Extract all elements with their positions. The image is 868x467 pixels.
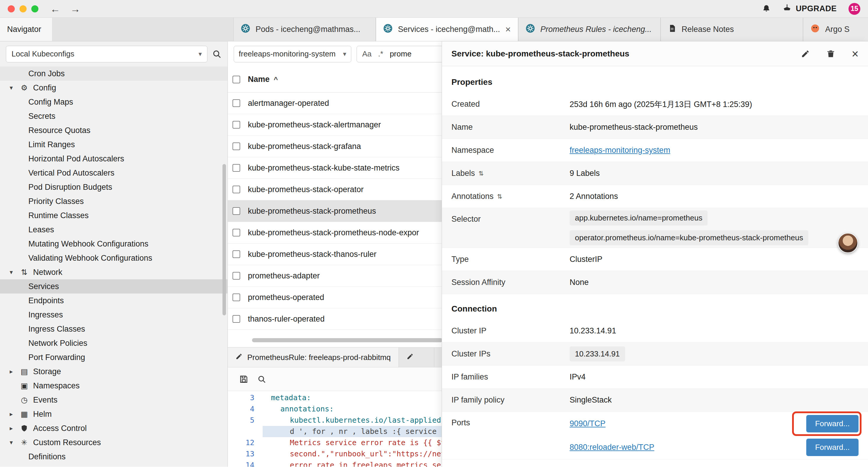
select-all-checkbox[interactable]	[232, 76, 240, 83]
row-checkbox[interactable]	[232, 121, 240, 128]
pencil-icon	[406, 353, 414, 362]
ip-family-policy-row: IP family policy SingleStack	[442, 389, 868, 412]
tab-argo[interactable]: Argo S	[803, 18, 868, 41]
row-checkbox[interactable]	[232, 229, 240, 236]
sidebar-item-definitions[interactable]: Definitions	[0, 449, 227, 464]
sidebar-item-namespaces[interactable]: ▣ Namespaces	[0, 379, 227, 393]
horizontal-scrollbar[interactable]	[252, 338, 442, 342]
drawer-title: Service: kube-prometheus-stack-prometheu…	[452, 49, 629, 59]
sidebar-item-leases[interactable]: Leases	[0, 223, 227, 237]
dock-tab-prometheusrule[interactable]: PrometheusRule: freeleaps-prod-rabbitmq	[228, 348, 399, 367]
dock-tab-partial[interactable]	[399, 348, 434, 367]
row-checkbox[interactable]	[232, 207, 240, 215]
namespace-select[interactable]: freeleaps-monitoring-system ▾	[234, 46, 351, 62]
name-column-header[interactable]: Name	[248, 75, 270, 84]
sidebar-item-config[interactable]: ▾ ⚙ Config	[0, 81, 227, 95]
tab-services[interactable]: Services - icecheng@math... ×	[376, 18, 518, 41]
sidebar-item-endpoints[interactable]: Endpoints	[0, 293, 227, 308]
namespaces-icon: ▣	[19, 381, 30, 390]
connection-rows: Cluster IP 10.233.14.91 Cluster IPs 10.2…	[442, 320, 868, 459]
sidebar-item-storage[interactable]: ▸ ▤ Storage	[0, 364, 227, 379]
upgrade-button[interactable]: UPGRADE	[783, 3, 837, 14]
notification-count-badge[interactable]: 15	[848, 3, 860, 15]
service-detail-drawer: Service: kube-prometheus-stack-prometheu…	[442, 41, 868, 467]
sidebar-item-services[interactable]: Services	[0, 279, 227, 293]
sidebar-item-validating-webhook-configurations[interactable]: Validating Webhook Configurations	[0, 251, 227, 265]
trash-icon[interactable]	[826, 49, 835, 58]
tab-release-notes[interactable]: Release Notes	[660, 18, 803, 41]
sidebar-item-vertical-pod-autoscalers[interactable]: Vertical Pod Autoscalers	[0, 166, 227, 180]
namespace-link[interactable]: freeleaps-monitoring-system	[569, 146, 859, 155]
unfold-icon[interactable]: ⇅	[478, 170, 484, 177]
maximize-window-button[interactable]	[31, 5, 38, 12]
tab-pods[interactable]: Pods - icecheng@mathmas...	[234, 18, 376, 41]
sidebar-item-runtime-classes[interactable]: Runtime Classes	[0, 208, 227, 223]
search-icon[interactable]	[257, 375, 266, 384]
navigator-panel-tab[interactable]: Navigator	[0, 18, 52, 41]
port-link-8080[interactable]: 8080:reloader-web/TCP	[569, 443, 654, 452]
tab-prometheus-rules[interactable]: Prometheus Rules - icecheng...	[518, 18, 660, 41]
back-arrow-icon[interactable]: ←	[50, 4, 60, 14]
sidebar-item-mutating-webhook-configurations[interactable]: Mutating Webhook Configurations	[0, 237, 227, 251]
sidebar-item-config-maps[interactable]: Config Maps	[0, 95, 227, 109]
name-value: kube-prometheus-stack-prometheus	[569, 123, 859, 132]
labels-value: 9 Labels	[569, 169, 859, 178]
chevron-right-icon: ▸	[7, 425, 16, 432]
row-checkbox[interactable]	[232, 315, 240, 323]
forward-button[interactable]: Forward...	[806, 439, 859, 456]
sidebar-item-network-policies[interactable]: Network Policies	[0, 336, 227, 350]
search-query: prome	[390, 49, 411, 59]
sidebar-item-resource-quotas[interactable]: Resource Quotas	[0, 123, 227, 138]
sidebar-item-horizontal-pod-autoscalers[interactable]: Horizontal Pod Autoscalers	[0, 152, 227, 166]
user-avatar[interactable]	[838, 233, 858, 253]
custom-resources-icon: ✳	[19, 438, 30, 447]
close-drawer-icon[interactable]: ×	[852, 48, 859, 60]
sidebar-item-helm[interactable]: ▸ ▦ Helm	[0, 407, 227, 421]
ip-family-policy-value: SingleStack	[569, 396, 859, 405]
port-link-9090[interactable]: 9090/TCP	[569, 419, 606, 428]
forward-arrow-icon[interactable]: →	[70, 4, 80, 14]
row-checkbox[interactable]	[232, 185, 240, 193]
sidebar-item-events[interactable]: ◷ Events	[0, 393, 227, 407]
sidebar-item-custom-resources[interactable]: ▾ ✳ Custom Resources	[0, 435, 227, 449]
notification-bell-icon[interactable]	[762, 4, 771, 13]
row-checkbox[interactable]	[232, 99, 240, 107]
sidebar-item-pod-disruption-budgets[interactable]: Pod Disruption Budgets	[0, 180, 227, 194]
sidebar-item-cron-jobs[interactable]: Cron Jobs	[0, 66, 227, 81]
selector-row: Selector app.kubernetes.io/name=promethe…	[442, 208, 868, 248]
row-checkbox[interactable]	[232, 250, 240, 258]
tab-spacer	[52, 18, 234, 41]
minimize-window-button[interactable]	[20, 5, 27, 12]
sidebar-item-access-control[interactable]: ▸ Access Control	[0, 421, 227, 435]
sidebar-item-limit-ranges[interactable]: Limit Ranges	[0, 138, 227, 152]
sidebar-item-ingress-classes[interactable]: Ingress Classes	[0, 322, 227, 336]
sidebar-item-port-forwarding[interactable]: Port Forwarding	[0, 350, 227, 364]
regex-toggle[interactable]: .*	[378, 49, 383, 59]
unfold-icon[interactable]: ⇅	[497, 193, 502, 200]
forward-button[interactable]: Forward...	[806, 415, 859, 432]
close-window-button[interactable]	[8, 5, 15, 12]
sidebar-item-network[interactable]: ▾ ⇅ Network	[0, 265, 227, 279]
cluster-ip-value: 10.233.14.91	[569, 326, 859, 335]
kubeconfig-select[interactable]: Local Kubeconfigs ▾	[6, 46, 208, 62]
sidebar-item-ingresses[interactable]: Ingresses	[0, 308, 227, 322]
row-checkbox[interactable]	[232, 293, 240, 301]
session-affinity-row: Session Affinity None	[442, 271, 868, 294]
sidebar-item-priority-classes[interactable]: Priority Classes	[0, 194, 227, 208]
match-case-toggle[interactable]: Aa	[362, 49, 372, 59]
close-tab-icon[interactable]: ×	[505, 24, 511, 35]
sidebar-item-secrets[interactable]: Secrets	[0, 109, 227, 123]
code-line: Metrics service error rate is {{ $va	[262, 437, 450, 448]
ports-row: Ports 9090/TCP Forward... 8080:reloader-…	[442, 412, 868, 459]
row-checkbox[interactable]	[232, 272, 240, 280]
tab-bar: Navigator Pods - icecheng@mathmas... Ser…	[0, 18, 868, 41]
row-checkbox[interactable]	[232, 164, 240, 172]
chevron-down-icon: ▾	[7, 439, 16, 446]
connection-heading: Connection	[442, 299, 868, 320]
save-icon[interactable]	[239, 375, 248, 384]
row-checkbox[interactable]	[232, 143, 240, 150]
search-icon[interactable]	[212, 49, 222, 59]
sidebar-scrollbar[interactable]	[222, 164, 226, 315]
window-controls	[8, 5, 38, 12]
edit-icon[interactable]	[801, 49, 810, 58]
